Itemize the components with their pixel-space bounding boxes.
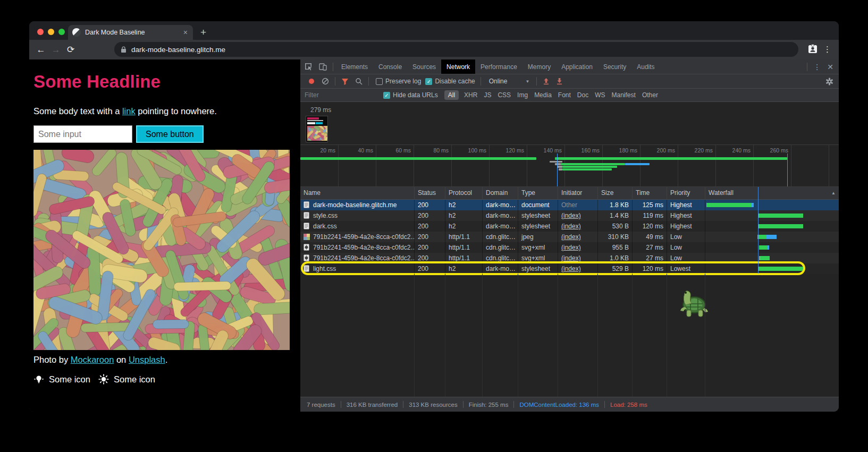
request-name: dark.css [313, 223, 337, 230]
column-header-waterfall[interactable]: Waterfall▲ [705, 187, 839, 199]
devtools-tab-audits[interactable]: Audits [631, 59, 660, 74]
disable-cache-checkbox[interactable]: ✓ [425, 78, 432, 85]
filter-chip-all[interactable]: All [444, 90, 459, 100]
initiator-link[interactable]: (index) [561, 244, 581, 251]
filter-chip-font[interactable]: Font [558, 91, 571, 99]
devtools-tab-application[interactable]: Application [556, 59, 598, 74]
initiator-link[interactable]: (index) [561, 254, 581, 262]
filter-funnel-icon[interactable] [341, 78, 349, 85]
hide-data-urls-checkbox[interactable]: ✓ [383, 92, 390, 99]
filter-chip-css[interactable]: CSS [498, 91, 511, 99]
ruler-gridline [791, 145, 791, 186]
cell-type: stylesheet [518, 263, 558, 274]
ruler-gridline [527, 145, 527, 186]
ruler-gridline [715, 145, 716, 186]
filter-input[interactable]: Filter [305, 91, 379, 99]
forward-button[interactable]: → [48, 45, 63, 55]
traffic-minimize-button[interactable] [48, 29, 54, 35]
record-button[interactable] [309, 79, 314, 84]
devtools-tab-security[interactable]: Security [598, 59, 631, 74]
browser-window: Dark Mode Baseline × + ← → ⟳ dark-mode-b… [29, 21, 839, 412]
settings-gear-icon[interactable] [825, 78, 833, 86]
export-har-icon[interactable] [556, 78, 563, 85]
cell-domain: dark-mo… [483, 263, 518, 274]
cell-domain: dark-mo… [483, 200, 518, 210]
column-header-type[interactable]: Type [518, 187, 558, 199]
filter-chip-manifest[interactable]: Manifest [612, 91, 636, 99]
cell-time: 120 ms [633, 221, 667, 232]
request-name: 791b2241-459b-4a2e-8cca-c0fdc2… [313, 244, 415, 251]
column-header-name[interactable]: Name [300, 187, 415, 199]
overview-bar [300, 157, 536, 160]
browser-menu-kebab-icon[interactable]: ⋮ [823, 45, 831, 54]
cell-waterfall [705, 200, 839, 210]
address-bar[interactable]: dark-mode-baseline.glitch.me [114, 42, 798, 57]
column-header-initiator[interactable]: Initiator [558, 187, 598, 199]
browser-tab[interactable]: Dark Mode Baseline × [68, 25, 193, 40]
back-button[interactable]: ← [33, 45, 48, 55]
devtools-tab-performance[interactable]: Performance [475, 59, 523, 74]
devtools-tab-sources[interactable]: Sources [407, 59, 441, 74]
devtools-tab-elements[interactable]: Elements [336, 59, 373, 74]
devtools-tab-memory[interactable]: Memory [523, 59, 556, 74]
devtools-tab-console[interactable]: Console [373, 59, 407, 74]
column-header-priority[interactable]: Priority [667, 187, 705, 199]
devtools-close-icon[interactable]: ✕ [827, 63, 833, 71]
preserve-log-checkbox[interactable] [376, 78, 383, 85]
ruler-gridline [489, 145, 490, 186]
filter-chip-img[interactable]: Img [517, 91, 528, 99]
cell-size: 310 KB [598, 232, 633, 242]
column-header-status[interactable]: Status [415, 187, 445, 199]
filter-chip-js[interactable]: JS [484, 91, 491, 99]
throttling-select[interactable]: Online [489, 78, 508, 85]
initiator-link[interactable]: (index) [561, 265, 581, 272]
search-icon[interactable] [355, 78, 363, 85]
profile-avatar-icon[interactable] [807, 43, 819, 57]
waterfall-bar [768, 245, 769, 250]
icon-label-1: Some icon [49, 374, 90, 385]
column-header-time[interactable]: Time [633, 187, 667, 199]
body-link[interactable]: link [122, 106, 136, 116]
some-button[interactable]: Some button [136, 125, 204, 143]
cell-waterfall [705, 253, 839, 263]
cell-protocol: h2 [445, 263, 483, 274]
column-header-size[interactable]: Size [598, 187, 633, 199]
initiator-link[interactable]: (index) [561, 212, 581, 219]
column-header-domain[interactable]: Domain [483, 187, 518, 199]
initiator-link[interactable]: (index) [561, 233, 581, 241]
inspect-element-icon[interactable] [305, 63, 313, 71]
window-content: Some Headline Some body text with a link… [29, 59, 839, 412]
filter-chip-other[interactable]: Other [642, 91, 658, 99]
device-toolbar-icon[interactable] [319, 63, 327, 71]
filter-chip-ws[interactable]: WS [595, 91, 605, 99]
tab-close-icon[interactable]: × [182, 28, 189, 37]
unsplash-link[interactable]: Unsplash [129, 355, 165, 364]
photo-credit: Photo by Mockaroon on Unsplash. [33, 355, 300, 365]
devtools-menu-kebab-icon[interactable]: ⋮ [813, 63, 821, 71]
initiator-link[interactable]: (index) [561, 223, 581, 230]
filter-chip-media[interactable]: Media [534, 91, 552, 99]
reload-button[interactable]: ⟳ [63, 44, 78, 55]
filmstrip-section: 279 ms [300, 102, 839, 145]
filmstrip-time-label: 279 ms [310, 106, 331, 114]
cell-size: 955 B [598, 242, 633, 253]
column-header-protocol[interactable]: Protocol [445, 187, 483, 199]
cell-waterfall [705, 221, 839, 232]
new-tab-button[interactable]: + [200, 25, 206, 39]
devtools-tab-bar-tabs: ElementsConsoleSourcesNetworkPerformance… [336, 59, 660, 74]
devtools-tab-network[interactable]: Network [441, 59, 475, 74]
clear-icon[interactable] [322, 78, 329, 85]
filter-chip-doc[interactable]: Doc [577, 91, 588, 99]
import-har-icon[interactable] [543, 78, 550, 85]
filmstrip-thumbnail[interactable] [306, 116, 328, 142]
cell-size: 1.4 KB [598, 210, 633, 221]
status-item: 313 KB resources [409, 402, 457, 408]
filter-chip-xhr[interactable]: XHR [464, 91, 477, 99]
mockaroon-link[interactable]: Mockaroon [71, 355, 114, 364]
some-input-field[interactable] [33, 125, 132, 143]
traffic-zoom-button[interactable] [58, 29, 65, 35]
tab-title: Dark Mode Baseline [85, 29, 182, 36]
traffic-close-button[interactable] [37, 29, 44, 35]
waterfall-overview[interactable]: 20 ms40 ms60 ms80 ms100 ms120 ms140 ms16… [300, 145, 839, 187]
cell-waterfall [705, 210, 839, 221]
